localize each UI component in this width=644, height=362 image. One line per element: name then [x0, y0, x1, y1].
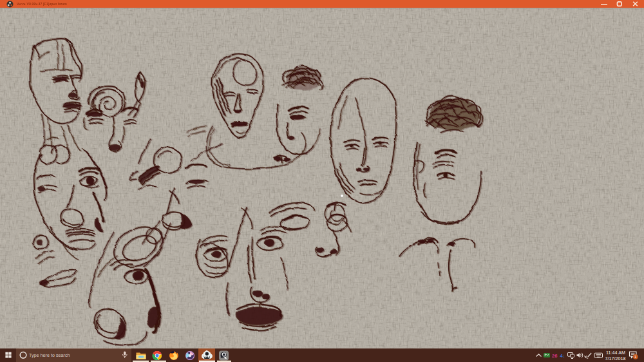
svg-text:4↓: 4↓	[560, 353, 565, 359]
svg-text:Type here to search: Type here to search	[29, 352, 70, 358]
svg-text:7/17/2018: 7/17/2018	[605, 356, 626, 361]
svg-text:1: 1	[634, 354, 637, 359]
svg-text:11:44 AM: 11:44 AM	[606, 350, 625, 356]
svg-text:26: 26	[552, 353, 557, 359]
